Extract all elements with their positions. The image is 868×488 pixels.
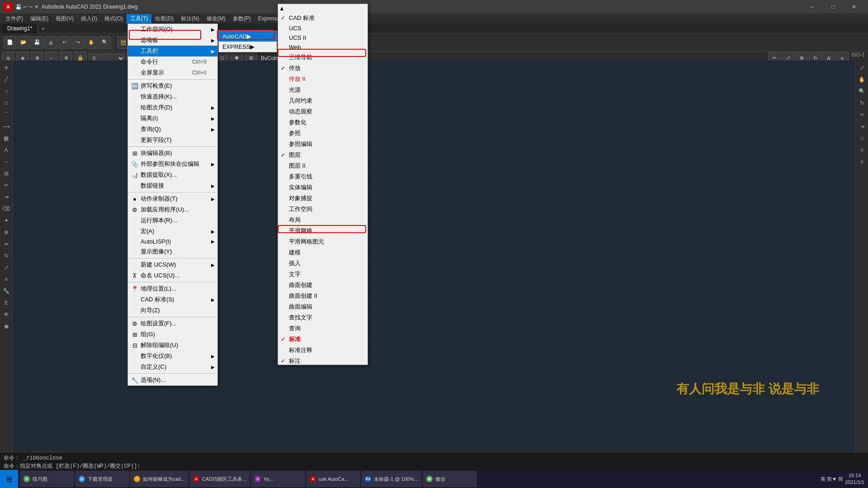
cad-tb-surfedit[interactable]: ✓曲面编辑 [278, 301, 368, 312]
menu-tools-draftsettings[interactable]: ⚙ 绘图设置(F)... [128, 318, 217, 329]
sb-move[interactable]: ✦ [1, 215, 12, 226]
sb-arc[interactable]: ⌒ [1, 109, 12, 120]
cad-tb-scroll-up[interactable]: ▲ [278, 4, 368, 13]
menu-tools-xref[interactable]: 📎 外部参照和块在位编辑▶ [128, 159, 217, 169]
cad-tb-light[interactable]: ✓光源 [278, 84, 368, 95]
tb-plot[interactable]: 🖨 [44, 36, 57, 49]
sb-block[interactable]: ⊞ [1, 168, 12, 179]
cad-tb-osnap[interactable]: ✓对象捕捉 [278, 193, 368, 204]
menu-dimension[interactable]: 标注(N) [177, 14, 203, 23]
cad-tb-surfcreate2[interactable]: ✓曲面创建 II [278, 291, 368, 301]
cad-tb-mesh[interactable]: ✓平滑网格 [278, 225, 368, 236]
sb-layer[interactable]: ≡ [1, 274, 12, 285]
menu-tools-macro[interactable]: 宏(A)▶ [128, 226, 217, 237]
menu-tools-wizard[interactable]: 向导(Z) [128, 305, 217, 316]
menu-tools-blockeditor[interactable]: ⊞ 块编辑器(B) [128, 148, 217, 159]
cad-tb-text[interactable]: ✓文字 [278, 269, 368, 280]
sb-r-more1[interactable]: ≡ [857, 145, 868, 155]
close-button[interactable]: ✕ [844, 0, 864, 14]
sb-r-rect[interactable]: □ [857, 133, 868, 144]
cad-tb-ref[interactable]: ✓参照 [278, 128, 368, 139]
tb-pan[interactable]: ✋ [85, 36, 98, 49]
sb-erase[interactable]: ⌫ [1, 203, 12, 214]
sb-render[interactable]: ◉ [1, 321, 12, 332]
cad-tb-ucs2[interactable]: ✓UCS II [278, 33, 368, 42]
menu-tools-nameducs[interactable]: ⊼ 命名 UCS(U)... [128, 270, 217, 281]
sb-r-more2[interactable]: ≡ [857, 156, 868, 167]
tb-redo[interactable]: ↪ [71, 36, 84, 49]
maximize-button[interactable]: □ [823, 0, 844, 14]
menu-tools-runscript[interactable]: 运行脚本(R)... [128, 215, 217, 226]
taskbar-app-wechat[interactable]: W 微信 [423, 471, 477, 487]
tb-new[interactable]: 📄 [4, 36, 16, 49]
cad-tb-meshprim[interactable]: ✓平滑网格图元 [278, 236, 368, 247]
sb-r-extend[interactable]: ⇥ [857, 121, 868, 132]
sb-dim[interactable]: ↔ [1, 156, 12, 167]
sb-r-trim[interactable]: ✂ [857, 109, 868, 120]
sb-r-move[interactable]: ⤢ [857, 62, 868, 73]
cad-tb-modeling[interactable]: ✓建模 [278, 247, 368, 258]
sb-r-pan[interactable]: ✋ [857, 74, 868, 85]
tab-drawing1[interactable]: Drawing1* [2, 23, 38, 33]
sb-scale[interactable]: ⤢ [1, 262, 12, 273]
sb-rotate[interactable]: ↻ [1, 250, 12, 261]
menu-tools-palettes[interactable]: 选项板▶ [128, 35, 217, 46]
window-controls[interactable]: ─ □ ✕ [802, 0, 864, 14]
menu-tools-cmdline[interactable]: 命令行Ctrl+9 [128, 56, 217, 67]
tb-open[interactable]: 📂 [17, 36, 30, 49]
cad-tb-layout[interactable]: ✓布局 [278, 215, 368, 225]
menu-tools-cadstandards[interactable]: CAD 标准(S)▶ [128, 294, 217, 305]
sb-mirror[interactable]: ⇔ [1, 239, 12, 249]
start-button[interactable]: ⊞ [0, 470, 18, 488]
cad-tb-refedit[interactable]: ✓参照编辑 [278, 139, 368, 150]
sb-text[interactable]: A [1, 145, 12, 155]
cad-tb-stop2[interactable]: ✓停放 II [278, 74, 368, 84]
menu-tools-tablet[interactable]: 数字化仪(B)▶ [128, 351, 217, 361]
minimize-button[interactable]: ─ [802, 0, 823, 14]
menu-tools-datalink[interactable]: 数据链接▶ [128, 180, 217, 191]
menu-tools-autolisp[interactable]: AutoLISP(I)▶ [128, 237, 217, 246]
sb-properties[interactable]: 🔧 [1, 286, 12, 296]
cad-tb-insert[interactable]: ✓插入 [278, 258, 368, 269]
submenu-express[interactable]: EXPRESS▶ [219, 42, 277, 52]
sb-line[interactable]: ╱ [1, 74, 12, 85]
cad-tb-3dnav[interactable]: ✓三维导航 [278, 52, 368, 63]
cad-tb-surfcreate[interactable]: ✓曲面创建 [278, 280, 368, 291]
sb-crosshair[interactable]: ✛ [1, 62, 12, 73]
menu-tools-newucs[interactable]: 新建 UCS(W)▶ [128, 259, 217, 270]
cad-tb-orbit[interactable]: ✓动态观察 [278, 106, 368, 117]
menu-tools-group[interactable]: ⊞ 组(G) [128, 329, 217, 340]
sb-pline[interactable]: ⟶ [1, 121, 12, 132]
menu-tools-draworder[interactable]: 绘图次序(D)▶ [128, 102, 217, 113]
taskbar-app-vy[interactable]: V Vy... [251, 471, 305, 487]
menu-edit[interactable]: 编辑(E) [27, 14, 52, 23]
cad-tb-ucs[interactable]: ✓UCS [278, 23, 368, 33]
menu-tools-customize[interactable]: 自定义(C)▶ [128, 361, 217, 372]
taskbar-app-download[interactable]: D 下载管理器 [75, 471, 129, 487]
cad-tb-mleader[interactable]: ✓多重引线 [278, 171, 368, 182]
menu-tools-updatefield[interactable]: 更新字段(T) [128, 135, 217, 145]
menu-draw[interactable]: 绘图(D) [151, 14, 177, 23]
submenu-autocad[interactable]: AutoCAD▶ [219, 31, 277, 42]
menu-tools-inquiry[interactable]: 查询(Q)▶ [128, 124, 217, 135]
cad-tb-findtext[interactable]: ✓查找文字 [278, 312, 368, 323]
sb-rect[interactable]: □ [1, 98, 12, 108]
cad-tb-standard[interactable]: ✓标准 [278, 334, 368, 345]
menu-tools-actionrecorder[interactable]: ● 动作录制器(T)▶ [128, 193, 217, 204]
menu-tools-dataextract[interactable]: 📊 数据提取(X)... [128, 169, 217, 180]
cad-tb-inquiry[interactable]: ✓查询 [278, 323, 368, 334]
sb-view[interactable]: 👁 [1, 309, 12, 320]
tab-add[interactable]: + [38, 23, 48, 33]
menu-tools-geolocation[interactable]: 📍 地理位置(L)... [128, 283, 217, 294]
cad-tb-standardanno[interactable]: ✓标准注释 [278, 345, 368, 356]
menu-file[interactable]: 文件(F) [2, 14, 27, 23]
menu-view[interactable]: 视图(V) [52, 14, 77, 23]
tb-save[interactable]: 💾 [31, 36, 43, 49]
menu-tools-ungroup[interactable]: ⊟ 解除组编组(U) [128, 340, 217, 351]
taskbar-app-cad[interactable]: A CAD功能区工具条... [189, 471, 250, 487]
cad-tb-stop[interactable]: ✓停放 [278, 63, 368, 74]
cad-tb-workspace[interactable]: ✓工作空间 [278, 204, 368, 215]
sb-ucs[interactable]: ⊻ [1, 297, 12, 308]
taskbar-app-autocad[interactable]: A usk AutoCa... [306, 471, 360, 487]
sb-hatch[interactable]: ▦ [1, 133, 12, 144]
